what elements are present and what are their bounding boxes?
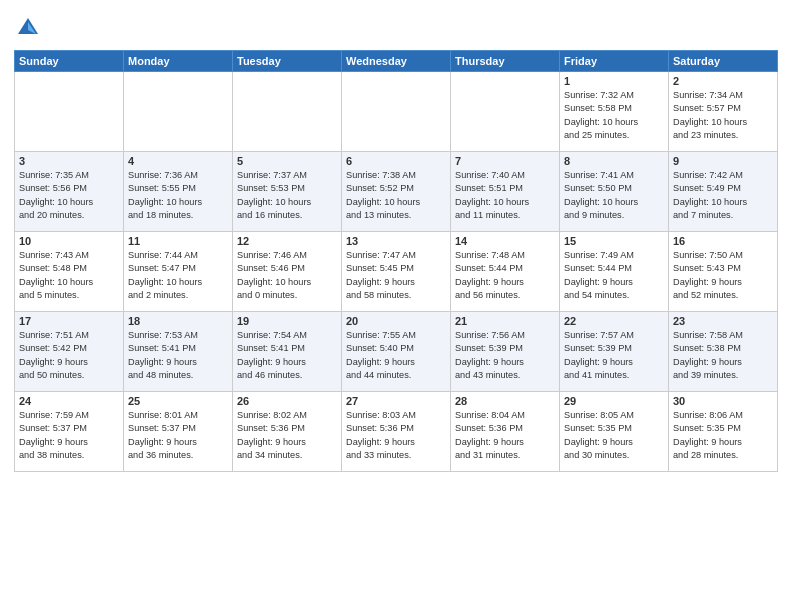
day-number: 23 [673, 315, 773, 327]
logo [14, 14, 46, 42]
day-info: Sunrise: 7:35 AM Sunset: 5:56 PM Dayligh… [19, 169, 119, 222]
day-info: Sunrise: 7:44 AM Sunset: 5:47 PM Dayligh… [128, 249, 228, 302]
day-info: Sunrise: 7:46 AM Sunset: 5:46 PM Dayligh… [237, 249, 337, 302]
weekday-header-friday: Friday [560, 51, 669, 72]
day-number: 16 [673, 235, 773, 247]
day-number: 24 [19, 395, 119, 407]
day-info: Sunrise: 7:58 AM Sunset: 5:38 PM Dayligh… [673, 329, 773, 382]
calendar-day: 6Sunrise: 7:38 AM Sunset: 5:52 PM Daylig… [342, 152, 451, 232]
calendar-week-1: 1Sunrise: 7:32 AM Sunset: 5:58 PM Daylig… [15, 72, 778, 152]
day-number: 17 [19, 315, 119, 327]
weekday-header-tuesday: Tuesday [233, 51, 342, 72]
day-info: Sunrise: 7:42 AM Sunset: 5:49 PM Dayligh… [673, 169, 773, 222]
day-info: Sunrise: 7:32 AM Sunset: 5:58 PM Dayligh… [564, 89, 664, 142]
weekday-header-row: SundayMondayTuesdayWednesdayThursdayFrid… [15, 51, 778, 72]
weekday-header-sunday: Sunday [15, 51, 124, 72]
day-info: Sunrise: 7:49 AM Sunset: 5:44 PM Dayligh… [564, 249, 664, 302]
day-number: 25 [128, 395, 228, 407]
day-info: Sunrise: 8:05 AM Sunset: 5:35 PM Dayligh… [564, 409, 664, 462]
day-info: Sunrise: 8:04 AM Sunset: 5:36 PM Dayligh… [455, 409, 555, 462]
calendar-week-5: 24Sunrise: 7:59 AM Sunset: 5:37 PM Dayli… [15, 392, 778, 472]
day-number: 1 [564, 75, 664, 87]
calendar-day: 22Sunrise: 7:57 AM Sunset: 5:39 PM Dayli… [560, 312, 669, 392]
day-number: 3 [19, 155, 119, 167]
calendar-day: 24Sunrise: 7:59 AM Sunset: 5:37 PM Dayli… [15, 392, 124, 472]
calendar-day: 25Sunrise: 8:01 AM Sunset: 5:37 PM Dayli… [124, 392, 233, 472]
weekday-header-thursday: Thursday [451, 51, 560, 72]
calendar-day: 20Sunrise: 7:55 AM Sunset: 5:40 PM Dayli… [342, 312, 451, 392]
calendar-day: 13Sunrise: 7:47 AM Sunset: 5:45 PM Dayli… [342, 232, 451, 312]
calendar-day: 18Sunrise: 7:53 AM Sunset: 5:41 PM Dayli… [124, 312, 233, 392]
calendar-day: 1Sunrise: 7:32 AM Sunset: 5:58 PM Daylig… [560, 72, 669, 152]
calendar-day: 2Sunrise: 7:34 AM Sunset: 5:57 PM Daylig… [669, 72, 778, 152]
day-number: 9 [673, 155, 773, 167]
calendar-week-4: 17Sunrise: 7:51 AM Sunset: 5:42 PM Dayli… [15, 312, 778, 392]
day-info: Sunrise: 8:06 AM Sunset: 5:35 PM Dayligh… [673, 409, 773, 462]
calendar-day: 11Sunrise: 7:44 AM Sunset: 5:47 PM Dayli… [124, 232, 233, 312]
calendar-day: 19Sunrise: 7:54 AM Sunset: 5:41 PM Dayli… [233, 312, 342, 392]
calendar-day: 21Sunrise: 7:56 AM Sunset: 5:39 PM Dayli… [451, 312, 560, 392]
page: SundayMondayTuesdayWednesdayThursdayFrid… [0, 0, 792, 612]
day-info: Sunrise: 7:34 AM Sunset: 5:57 PM Dayligh… [673, 89, 773, 142]
calendar-day: 23Sunrise: 7:58 AM Sunset: 5:38 PM Dayli… [669, 312, 778, 392]
day-info: Sunrise: 7:51 AM Sunset: 5:42 PM Dayligh… [19, 329, 119, 382]
weekday-header-monday: Monday [124, 51, 233, 72]
day-number: 26 [237, 395, 337, 407]
day-info: Sunrise: 7:48 AM Sunset: 5:44 PM Dayligh… [455, 249, 555, 302]
calendar-week-2: 3Sunrise: 7:35 AM Sunset: 5:56 PM Daylig… [15, 152, 778, 232]
calendar-day: 29Sunrise: 8:05 AM Sunset: 5:35 PM Dayli… [560, 392, 669, 472]
day-number: 27 [346, 395, 446, 407]
logo-icon [14, 14, 42, 42]
day-info: Sunrise: 7:41 AM Sunset: 5:50 PM Dayligh… [564, 169, 664, 222]
calendar-day: 3Sunrise: 7:35 AM Sunset: 5:56 PM Daylig… [15, 152, 124, 232]
day-number: 2 [673, 75, 773, 87]
day-info: Sunrise: 7:53 AM Sunset: 5:41 PM Dayligh… [128, 329, 228, 382]
day-number: 14 [455, 235, 555, 247]
day-info: Sunrise: 7:47 AM Sunset: 5:45 PM Dayligh… [346, 249, 446, 302]
calendar-table: SundayMondayTuesdayWednesdayThursdayFrid… [14, 50, 778, 472]
day-number: 28 [455, 395, 555, 407]
day-number: 18 [128, 315, 228, 327]
weekday-header-saturday: Saturday [669, 51, 778, 72]
calendar-day: 17Sunrise: 7:51 AM Sunset: 5:42 PM Dayli… [15, 312, 124, 392]
day-number: 19 [237, 315, 337, 327]
day-info: Sunrise: 7:36 AM Sunset: 5:55 PM Dayligh… [128, 169, 228, 222]
calendar-day: 26Sunrise: 8:02 AM Sunset: 5:36 PM Dayli… [233, 392, 342, 472]
calendar-day: 5Sunrise: 7:37 AM Sunset: 5:53 PM Daylig… [233, 152, 342, 232]
day-number: 20 [346, 315, 446, 327]
day-info: Sunrise: 7:38 AM Sunset: 5:52 PM Dayligh… [346, 169, 446, 222]
day-number: 10 [19, 235, 119, 247]
calendar-day: 12Sunrise: 7:46 AM Sunset: 5:46 PM Dayli… [233, 232, 342, 312]
day-number: 30 [673, 395, 773, 407]
day-info: Sunrise: 7:37 AM Sunset: 5:53 PM Dayligh… [237, 169, 337, 222]
day-info: Sunrise: 7:59 AM Sunset: 5:37 PM Dayligh… [19, 409, 119, 462]
day-number: 6 [346, 155, 446, 167]
day-number: 29 [564, 395, 664, 407]
calendar-day: 10Sunrise: 7:43 AM Sunset: 5:48 PM Dayli… [15, 232, 124, 312]
calendar-day: 4Sunrise: 7:36 AM Sunset: 5:55 PM Daylig… [124, 152, 233, 232]
day-info: Sunrise: 7:50 AM Sunset: 5:43 PM Dayligh… [673, 249, 773, 302]
calendar-day: 15Sunrise: 7:49 AM Sunset: 5:44 PM Dayli… [560, 232, 669, 312]
day-info: Sunrise: 7:40 AM Sunset: 5:51 PM Dayligh… [455, 169, 555, 222]
day-info: Sunrise: 7:57 AM Sunset: 5:39 PM Dayligh… [564, 329, 664, 382]
calendar-day [451, 72, 560, 152]
calendar-day: 16Sunrise: 7:50 AM Sunset: 5:43 PM Dayli… [669, 232, 778, 312]
day-number: 13 [346, 235, 446, 247]
calendar-day [233, 72, 342, 152]
day-info: Sunrise: 7:43 AM Sunset: 5:48 PM Dayligh… [19, 249, 119, 302]
calendar-day [124, 72, 233, 152]
calendar-day: 28Sunrise: 8:04 AM Sunset: 5:36 PM Dayli… [451, 392, 560, 472]
day-info: Sunrise: 8:03 AM Sunset: 5:36 PM Dayligh… [346, 409, 446, 462]
calendar-day: 8Sunrise: 7:41 AM Sunset: 5:50 PM Daylig… [560, 152, 669, 232]
day-number: 4 [128, 155, 228, 167]
calendar-day: 9Sunrise: 7:42 AM Sunset: 5:49 PM Daylig… [669, 152, 778, 232]
day-number: 15 [564, 235, 664, 247]
header [14, 10, 778, 42]
calendar-day: 27Sunrise: 8:03 AM Sunset: 5:36 PM Dayli… [342, 392, 451, 472]
day-number: 8 [564, 155, 664, 167]
calendar-day [15, 72, 124, 152]
weekday-header-wednesday: Wednesday [342, 51, 451, 72]
calendar-day: 30Sunrise: 8:06 AM Sunset: 5:35 PM Dayli… [669, 392, 778, 472]
calendar-day: 7Sunrise: 7:40 AM Sunset: 5:51 PM Daylig… [451, 152, 560, 232]
day-number: 22 [564, 315, 664, 327]
